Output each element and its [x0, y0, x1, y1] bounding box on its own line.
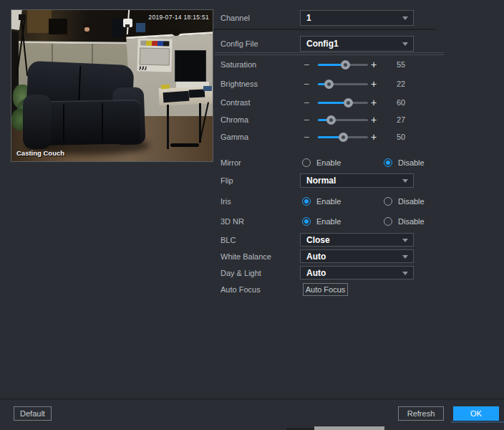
- test-chart-poster: [137, 38, 172, 72]
- brightness-label: Brightness: [220, 77, 258, 90]
- 3d-nr-enable-radio[interactable]: Enable: [302, 215, 341, 228]
- saturation-slider-track[interactable]: [318, 64, 368, 66]
- chevron-down-icon: [402, 16, 408, 20]
- iris-disable-radio[interactable]: Disable: [384, 195, 425, 208]
- white-balance-label: White Balance: [220, 249, 271, 263]
- slider-thumb[interactable]: [339, 133, 348, 142]
- minus-icon[interactable]: −: [304, 96, 309, 109]
- enable-label: Enable: [316, 197, 341, 206]
- config-file-value: Config1: [306, 39, 339, 49]
- person-face: [84, 27, 89, 32]
- 3d-nr-disable-radio[interactable]: Disable: [384, 215, 425, 228]
- keyboard: [163, 91, 190, 102]
- channel-value: 1: [306, 13, 311, 23]
- config-file-row: Config File Config1: [212, 36, 504, 52]
- minus-icon[interactable]: −: [304, 130, 309, 143]
- plus-icon[interactable]: +: [371, 58, 377, 71]
- person-head: [172, 28, 180, 36]
- background-monitor: [112, 19, 124, 37]
- day-light-select[interactable]: Auto: [300, 266, 414, 280]
- flip-row: Flip Normal: [212, 173, 504, 188]
- section-divider: [215, 52, 444, 55]
- slider-thumb[interactable]: [324, 80, 334, 89]
- slider-thumb[interactable]: [326, 115, 336, 125]
- plus-icon[interactable]: +: [371, 96, 377, 109]
- white-balance-row: White Balance Auto: [212, 249, 504, 263]
- chroma-slider-track[interactable]: [318, 119, 368, 121]
- mirror-row: Mirror Enable Disable: [212, 156, 504, 169]
- gamma-slider-row: Gamma − + 50: [212, 130, 504, 143]
- mirror-disable-radio[interactable]: Disable: [384, 156, 425, 169]
- couch-seam: [102, 103, 103, 142]
- minus-icon[interactable]: −: [304, 77, 309, 90]
- background-window-edge: [451, 421, 504, 423]
- enable-label: Enable: [316, 158, 341, 167]
- minus-icon[interactable]: −: [304, 58, 309, 71]
- iris-enable-radio[interactable]: Enable: [302, 195, 341, 208]
- channel-label: Channel: [220, 10, 250, 26]
- 3d-nr-label: 3D NR: [220, 215, 244, 228]
- saturation-label: Saturation: [220, 58, 256, 71]
- radio-icon: [384, 158, 392, 167]
- ok-button[interactable]: OK: [453, 406, 499, 421]
- saturation-value: 55: [397, 58, 405, 71]
- slider-thumb[interactable]: [341, 60, 350, 70]
- white-balance-select[interactable]: Auto: [300, 249, 414, 263]
- test-chart-pattern: [140, 47, 170, 65]
- day-light-value: Auto: [306, 268, 326, 278]
- chevron-down-icon: [402, 42, 408, 46]
- mirror-label: Mirror: [220, 156, 241, 169]
- day-light-label: Day & Light: [220, 266, 261, 280]
- test-chart-color-bars: [140, 40, 169, 46]
- gamma-slider-track[interactable]: [318, 136, 368, 138]
- camera-image-settings-dialog: 2019-07-14 18:15:51 Casting Couch Channe…: [0, 0, 504, 430]
- auto-focus-button[interactable]: Auto Focus: [303, 283, 348, 296]
- couch-seam: [63, 105, 64, 142]
- radio-icon: [384, 197, 392, 206]
- mirror-enable-radio[interactable]: Enable: [302, 156, 341, 169]
- chevron-down-icon: [402, 179, 408, 183]
- plus-icon[interactable]: +: [371, 113, 377, 126]
- disable-label: Disable: [398, 197, 425, 206]
- camera-lens: [125, 24, 130, 27]
- auto-focus-label: Auto Focus: [220, 283, 261, 296]
- default-button[interactable]: Default: [14, 406, 52, 421]
- desk-monitor: [175, 50, 206, 82]
- plus-icon[interactable]: +: [371, 77, 377, 90]
- flip-select[interactable]: Normal: [300, 173, 414, 188]
- test-chart-marks: [139, 66, 146, 70]
- minus-icon[interactable]: −: [304, 113, 309, 126]
- background-window-edge: [314, 426, 384, 430]
- white-balance-value: Auto: [306, 252, 326, 262]
- chevron-down-icon: [402, 239, 408, 242]
- brightness-slider-track[interactable]: [318, 83, 368, 85]
- flip-label: Flip: [220, 173, 233, 188]
- plus-icon[interactable]: +: [371, 130, 377, 143]
- slider-thumb[interactable]: [344, 98, 353, 108]
- gamma-label: Gamma: [220, 130, 248, 143]
- chroma-label: Chroma: [220, 113, 248, 126]
- iris-row: Iris Enable Disable: [212, 195, 504, 208]
- brightness-slider-row: Brightness − + 22: [212, 77, 504, 90]
- chevron-down-icon: [402, 255, 408, 259]
- brightness-value: 22: [397, 77, 405, 90]
- desk-leg: [167, 105, 169, 149]
- contrast-value: 60: [397, 96, 405, 109]
- auto-focus-row: Auto Focus Auto Focus: [212, 283, 504, 296]
- contrast-slider-track[interactable]: [318, 102, 368, 104]
- gamma-value: 50: [397, 130, 405, 143]
- flip-value: Normal: [306, 176, 336, 186]
- config-file-select[interactable]: Config1: [300, 36, 414, 52]
- blc-select[interactable]: Close: [300, 233, 414, 247]
- refresh-button[interactable]: Refresh: [398, 406, 444, 421]
- channel-select[interactable]: 1: [300, 10, 414, 26]
- radio-icon: [384, 217, 392, 226]
- tripod-camera: [19, 14, 26, 20]
- desk-object: [203, 86, 212, 91]
- radio-icon: [302, 197, 311, 206]
- 3d-nr-row: 3D NR Enable Disable: [212, 215, 504, 228]
- blc-row: BLC Close: [212, 233, 504, 247]
- monitor-screen: [136, 23, 145, 32]
- chair-base: [170, 143, 199, 147]
- chroma-value: 27: [397, 113, 405, 126]
